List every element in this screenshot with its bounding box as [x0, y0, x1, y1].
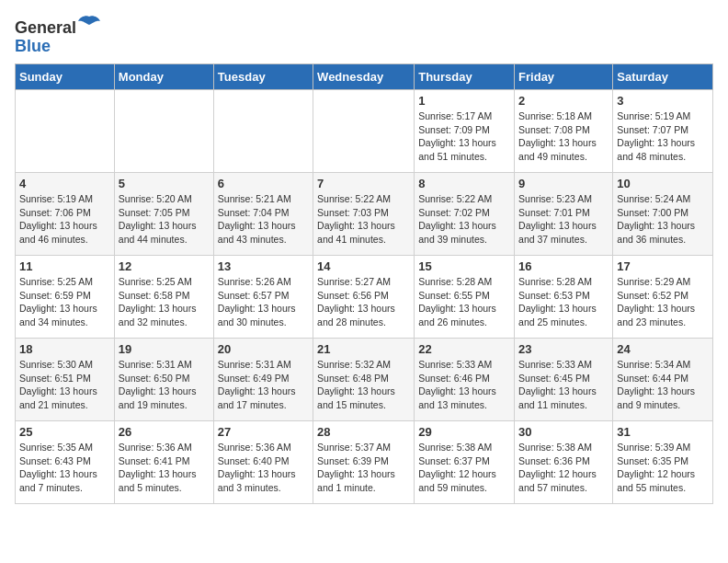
day-number: 1	[418, 94, 510, 108]
header-row: SundayMondayTuesdayWednesdayThursdayFrid…	[16, 64, 713, 90]
calendar-cell: 12Sunrise: 5:25 AM Sunset: 6:58 PM Dayli…	[114, 256, 213, 339]
calendar-cell: 26Sunrise: 5:36 AM Sunset: 6:41 PM Dayli…	[114, 421, 213, 504]
day-number: 31	[617, 425, 709, 439]
calendar-week-row: 4Sunrise: 5:19 AM Sunset: 7:06 PM Daylig…	[16, 173, 713, 256]
day-number: 26	[119, 425, 210, 439]
weekday-header-wednesday: Wednesday	[313, 64, 415, 90]
calendar-cell	[213, 90, 313, 173]
calendar-week-row: 18Sunrise: 5:30 AM Sunset: 6:51 PM Dayli…	[16, 339, 713, 421]
day-number: 25	[19, 425, 110, 439]
day-number: 16	[518, 259, 609, 273]
day-info: Sunrise: 5:38 AM Sunset: 6:37 PM Dayligh…	[418, 441, 510, 495]
logo-blue-text: Blue	[15, 37, 51, 56]
weekday-header-thursday: Thursday	[415, 64, 515, 90]
day-number: 20	[218, 342, 309, 356]
calendar-cell: 6Sunrise: 5:21 AM Sunset: 7:04 PM Daylig…	[213, 173, 313, 256]
calendar-cell: 11Sunrise: 5:25 AM Sunset: 6:59 PM Dayli…	[16, 256, 115, 339]
calendar-body: 1Sunrise: 5:17 AM Sunset: 7:09 PM Daylig…	[16, 90, 713, 504]
calendar-cell: 31Sunrise: 5:39 AM Sunset: 6:35 PM Dayli…	[613, 421, 713, 504]
weekday-header-friday: Friday	[515, 64, 613, 90]
day-info: Sunrise: 5:39 AM Sunset: 6:35 PM Dayligh…	[617, 441, 709, 495]
logo-bird-icon	[78, 15, 100, 33]
day-info: Sunrise: 5:25 AM Sunset: 6:59 PM Dayligh…	[19, 275, 110, 329]
calendar-cell: 25Sunrise: 5:35 AM Sunset: 6:43 PM Dayli…	[16, 421, 115, 504]
day-number: 29	[418, 425, 510, 439]
day-info: Sunrise: 5:33 AM Sunset: 6:46 PM Dayligh…	[418, 358, 510, 412]
day-number: 4	[19, 177, 110, 190]
day-number: 18	[19, 342, 110, 356]
calendar-cell	[16, 90, 115, 173]
day-info: Sunrise: 5:31 AM Sunset: 6:50 PM Dayligh…	[119, 358, 210, 412]
day-number: 23	[518, 342, 609, 356]
weekday-header-saturday: Saturday	[613, 64, 713, 90]
calendar-week-row: 1Sunrise: 5:17 AM Sunset: 7:09 PM Daylig…	[16, 90, 713, 173]
day-number: 11	[19, 259, 110, 273]
calendar-table: SundayMondayTuesdayWednesdayThursdayFrid…	[15, 63, 713, 504]
day-info: Sunrise: 5:18 AM Sunset: 7:08 PM Dayligh…	[518, 109, 609, 164]
calendar-cell: 17Sunrise: 5:29 AM Sunset: 6:52 PM Dayli…	[613, 256, 713, 339]
day-info: Sunrise: 5:22 AM Sunset: 7:03 PM Dayligh…	[317, 192, 410, 247]
weekday-header-tuesday: Tuesday	[213, 64, 313, 90]
calendar-cell: 20Sunrise: 5:31 AM Sunset: 6:49 PM Dayli…	[213, 339, 313, 421]
day-number: 6	[218, 177, 309, 190]
day-info: Sunrise: 5:22 AM Sunset: 7:02 PM Dayligh…	[418, 192, 510, 247]
calendar-cell: 9Sunrise: 5:23 AM Sunset: 7:01 PM Daylig…	[515, 173, 613, 256]
day-info: Sunrise: 5:38 AM Sunset: 6:36 PM Dayligh…	[518, 441, 609, 495]
day-number: 17	[617, 259, 709, 273]
page-header: General Blue	[15, 15, 713, 56]
day-number: 7	[317, 177, 410, 190]
calendar-cell: 19Sunrise: 5:31 AM Sunset: 6:50 PM Dayli…	[114, 339, 213, 421]
calendar-cell: 28Sunrise: 5:37 AM Sunset: 6:39 PM Dayli…	[313, 421, 415, 504]
calendar-cell: 24Sunrise: 5:34 AM Sunset: 6:44 PM Dayli…	[613, 339, 713, 421]
day-number: 15	[418, 259, 510, 273]
calendar-cell: 15Sunrise: 5:28 AM Sunset: 6:55 PM Dayli…	[415, 256, 515, 339]
day-info: Sunrise: 5:21 AM Sunset: 7:04 PM Dayligh…	[218, 192, 309, 247]
day-number: 2	[518, 94, 609, 108]
calendar-header: SundayMondayTuesdayWednesdayThursdayFrid…	[16, 64, 713, 90]
calendar-cell: 13Sunrise: 5:26 AM Sunset: 6:57 PM Dayli…	[213, 256, 313, 339]
day-info: Sunrise: 5:31 AM Sunset: 6:49 PM Dayligh…	[218, 358, 309, 412]
calendar-cell: 3Sunrise: 5:19 AM Sunset: 7:07 PM Daylig…	[613, 90, 713, 173]
day-info: Sunrise: 5:26 AM Sunset: 6:57 PM Dayligh…	[218, 275, 309, 329]
calendar-cell: 21Sunrise: 5:32 AM Sunset: 6:48 PM Dayli…	[313, 339, 415, 421]
day-info: Sunrise: 5:33 AM Sunset: 6:45 PM Dayligh…	[518, 358, 609, 412]
day-info: Sunrise: 5:28 AM Sunset: 6:53 PM Dayligh…	[518, 275, 609, 329]
calendar-cell: 22Sunrise: 5:33 AM Sunset: 6:46 PM Dayli…	[415, 339, 515, 421]
calendar-cell: 23Sunrise: 5:33 AM Sunset: 6:45 PM Dayli…	[515, 339, 613, 421]
day-info: Sunrise: 5:19 AM Sunset: 7:06 PM Dayligh…	[19, 192, 110, 247]
calendar-cell: 7Sunrise: 5:22 AM Sunset: 7:03 PM Daylig…	[313, 173, 415, 256]
day-info: Sunrise: 5:35 AM Sunset: 6:43 PM Dayligh…	[19, 441, 110, 495]
day-number: 28	[317, 425, 410, 439]
day-number: 14	[317, 259, 410, 273]
weekday-header-monday: Monday	[114, 64, 213, 90]
day-info: Sunrise: 5:36 AM Sunset: 6:40 PM Dayligh…	[218, 441, 309, 495]
calendar-cell: 18Sunrise: 5:30 AM Sunset: 6:51 PM Dayli…	[16, 339, 115, 421]
day-info: Sunrise: 5:17 AM Sunset: 7:09 PM Dayligh…	[418, 109, 510, 164]
calendar-cell: 2Sunrise: 5:18 AM Sunset: 7:08 PM Daylig…	[515, 90, 613, 173]
calendar-week-row: 25Sunrise: 5:35 AM Sunset: 6:43 PM Dayli…	[16, 421, 713, 504]
day-info: Sunrise: 5:25 AM Sunset: 6:58 PM Dayligh…	[119, 275, 210, 329]
calendar-cell: 16Sunrise: 5:28 AM Sunset: 6:53 PM Dayli…	[515, 256, 613, 339]
day-number: 3	[617, 94, 709, 108]
day-info: Sunrise: 5:37 AM Sunset: 6:39 PM Dayligh…	[317, 441, 410, 495]
day-number: 22	[418, 342, 510, 356]
logo-general-text: General	[15, 18, 76, 38]
calendar-cell: 30Sunrise: 5:38 AM Sunset: 6:36 PM Dayli…	[515, 421, 613, 504]
day-number: 10	[617, 177, 709, 190]
day-number: 12	[119, 259, 210, 273]
day-number: 19	[119, 342, 210, 356]
calendar-cell	[313, 90, 415, 173]
day-info: Sunrise: 5:32 AM Sunset: 6:48 PM Dayligh…	[317, 358, 410, 412]
calendar-cell: 10Sunrise: 5:24 AM Sunset: 7:00 PM Dayli…	[613, 173, 713, 256]
day-info: Sunrise: 5:30 AM Sunset: 6:51 PM Dayligh…	[19, 358, 110, 412]
day-info: Sunrise: 5:36 AM Sunset: 6:41 PM Dayligh…	[119, 441, 210, 495]
day-number: 24	[617, 342, 709, 356]
day-number: 13	[218, 259, 309, 273]
calendar-cell: 1Sunrise: 5:17 AM Sunset: 7:09 PM Daylig…	[415, 90, 515, 173]
day-info: Sunrise: 5:19 AM Sunset: 7:07 PM Dayligh…	[617, 109, 709, 164]
weekday-header-sunday: Sunday	[16, 64, 115, 90]
day-number: 27	[218, 425, 309, 439]
calendar-cell	[114, 90, 213, 173]
day-number: 30	[518, 425, 609, 439]
calendar-cell: 4Sunrise: 5:19 AM Sunset: 7:06 PM Daylig…	[16, 173, 115, 256]
